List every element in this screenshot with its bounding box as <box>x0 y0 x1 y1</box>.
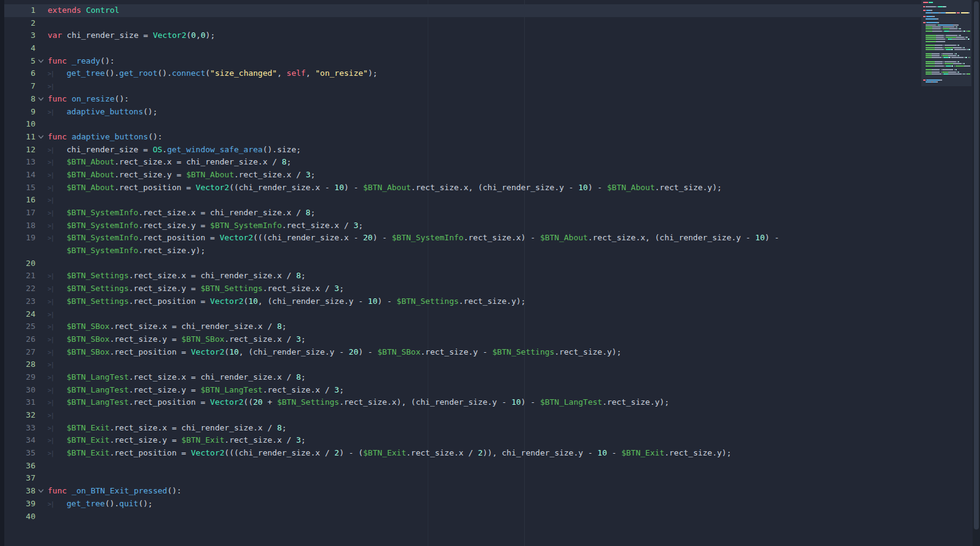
code-line-text[interactable]: >|$BTN_About.rect_size.y = $BTN_About.re… <box>48 169 315 182</box>
code-line[interactable]: 38func _on_BTN_Exit_pressed(): <box>4 485 921 498</box>
code-line[interactable]: 26>|$BTN_SBox.rect_size.y = $BTN_SBox.re… <box>4 333 921 346</box>
minimap-line <box>923 84 970 86</box>
code-line-text[interactable]: >|$BTN_Exit.rect_position = Vector2(((ch… <box>48 447 731 460</box>
code-line[interactable]: 13>|$BTN_About.rect_size.x = chi_render_… <box>4 156 921 169</box>
code-line[interactable]: 34>|$BTN_Exit.rect_size.y = $BTN_Exit.re… <box>4 434 921 447</box>
code-line[interactable]: 16>| <box>4 194 921 207</box>
line-number: 19 <box>4 232 35 245</box>
code-line-text[interactable]: >| <box>48 194 67 207</box>
code-line[interactable]: 30>|$BTN_LangTest.rect_size.y = $BTN_Lan… <box>4 384 921 397</box>
code-line[interactable]: 23>|$BTN_Settings.rect_position = Vector… <box>4 295 921 308</box>
code-line[interactable]: 14>|$BTN_About.rect_size.y = $BTN_About.… <box>4 169 921 182</box>
code-line[interactable]: 8func on_resize(): <box>4 93 921 106</box>
code-line-text[interactable]: func _on_BTN_Exit_pressed(): <box>48 485 181 498</box>
token-function: get_tree <box>67 68 105 78</box>
code-line-text[interactable]: >| <box>48 409 67 422</box>
code-line[interactable]: 32>| <box>4 409 921 422</box>
code-line[interactable]: 36 <box>4 460 921 473</box>
code-fold-chevron-down-icon[interactable] <box>35 93 48 106</box>
code-line-text[interactable]: >|adaptive_buttons(); <box>48 106 158 119</box>
code-line-text[interactable]: >|$BTN_SystemInfo.rect_size.y); <box>48 245 205 257</box>
code-line-text[interactable]: >|$BTN_About.rect_position = Vector2((ch… <box>48 182 722 194</box>
token-node-path: $BTN_SystemInfo <box>67 221 138 230</box>
code-line[interactable]: 6>|get_tree().get_root().connect("size_c… <box>4 67 921 80</box>
code-line-text[interactable]: func adaptive_buttons(): <box>48 131 163 144</box>
code-line-text[interactable]: >|$BTN_SBox.rect_position = Vector2(10, … <box>48 346 621 359</box>
code-line[interactable]: 28>| <box>4 358 921 371</box>
code-line-text[interactable]: >| <box>48 308 67 321</box>
code-line[interactable]: 19>|$BTN_SystemInfo.rect_position = Vect… <box>4 232 921 245</box>
code-line-text[interactable]: var chi_render_size = Vector2(0,0); <box>48 29 215 42</box>
code-line[interactable]: 33>|$BTN_Exit.rect_size.x = chi_render_s… <box>4 422 921 435</box>
code-line[interactable]: 20 <box>4 257 921 270</box>
code-line-current[interactable]: 1extends Control <box>4 4 921 17</box>
token-text: ; <box>301 372 306 382</box>
code-line-text[interactable]: >|$BTN_SBox.rect_size.y = $BTN_SBox.rect… <box>48 333 305 346</box>
code-line-text[interactable]: >|$BTN_Settings.rect_size.x = chi_render… <box>48 270 305 282</box>
code-line[interactable]: 21>|$BTN_Settings.rect_size.x = chi_rend… <box>4 270 921 282</box>
minimap[interactable] <box>921 0 971 86</box>
code-line[interactable]: 24>| <box>4 308 921 321</box>
code-line-text[interactable]: >|$BTN_SystemInfo.rect_size.x = chi_rend… <box>48 207 315 220</box>
code-line-text[interactable]: >|$BTN_LangTest.rect_size.x = chi_render… <box>48 371 305 384</box>
code-line[interactable]: >|$BTN_SystemInfo.rect_size.y); <box>4 245 921 257</box>
code-line-text[interactable]: >|$BTN_About.rect_size.x = chi_render_si… <box>48 156 291 169</box>
vertical-scrollbar[interactable] <box>973 0 980 546</box>
fold-gutter <box>35 409 48 422</box>
code-line[interactable]: 35>|$BTN_Exit.rect_position = Vector2(((… <box>4 447 921 460</box>
token-text: ); <box>205 31 215 40</box>
code-line[interactable]: 22>|$BTN_Settings.rect_size.y = $BTN_Set… <box>4 282 921 295</box>
code-line[interactable]: 31>|$BTN_LangTest.rect_position = Vector… <box>4 396 921 409</box>
code-line[interactable]: 2 <box>4 17 921 30</box>
code-line[interactable]: 10 <box>4 118 921 131</box>
code-line[interactable]: 40 <box>4 511 921 523</box>
code-line[interactable]: 15>|$BTN_About.rect_position = Vector2((… <box>4 182 921 194</box>
code-fold-chevron-down-icon[interactable] <box>35 485 48 498</box>
code-line-text[interactable]: >|$BTN_LangTest.rect_size.y = $BTN_LangT… <box>48 384 344 397</box>
code-line-text[interactable]: >|$BTN_SystemInfo.rect_size.y = $BTN_Sys… <box>48 220 363 232</box>
code-line-text[interactable]: >|$BTN_Exit.rect_size.x = chi_render_siz… <box>48 422 287 435</box>
code-area[interactable]: 1extends Control23var chi_render_size = … <box>4 4 921 523</box>
code-line[interactable]: 7>| <box>4 80 921 93</box>
code-line-text[interactable]: >|get_tree().get_root().connect("size_ch… <box>48 67 378 80</box>
code-line[interactable]: 25>|$BTN_SBox.rect_size.x = chi_render_s… <box>4 320 921 333</box>
breakpoint-gutter[interactable] <box>0 0 4 546</box>
code-line[interactable]: 29>|$BTN_LangTest.rect_size.x = chi_rend… <box>4 371 921 384</box>
code-line[interactable]: 39>|get_tree().quit(); <box>4 498 921 511</box>
code-line[interactable]: 5func _ready(): <box>4 55 921 68</box>
code-line[interactable]: 12>|chi_render_size = OS.get_window_safe… <box>4 144 921 157</box>
tab-indicator: >| <box>48 372 67 385</box>
code-line-text[interactable]: >|$BTN_SystemInfo.rect_position = Vector… <box>48 232 779 245</box>
code-line-text[interactable]: >|get_tree().quit(); <box>48 498 153 511</box>
code-line-text[interactable]: extends Control <box>48 4 119 17</box>
code-line[interactable]: 18>|$BTN_SystemInfo.rect_size.y = $BTN_S… <box>4 220 921 232</box>
code-line-text[interactable]: >| <box>48 358 67 371</box>
code-line[interactable]: 3var chi_render_size = Vector2(0,0); <box>4 29 921 42</box>
code-line-text[interactable]: >| <box>48 80 67 93</box>
code-line[interactable]: 9>|adaptive_buttons(); <box>4 106 921 119</box>
code-line[interactable]: 27>|$BTN_SBox.rect_position = Vector2(10… <box>4 346 921 359</box>
script-editor[interactable]: 1extends Control23var chi_render_size = … <box>0 0 980 546</box>
code-line[interactable]: 37 <box>4 472 921 485</box>
code-line[interactable]: 4 <box>4 42 921 55</box>
tab-indicator: >| <box>48 498 67 511</box>
code-line[interactable]: 17>|$BTN_SystemInfo.rect_size.x = chi_re… <box>4 207 921 220</box>
minimap-code-mark <box>953 24 959 26</box>
code-line-text[interactable]: >|$BTN_SBox.rect_size.x = chi_render_siz… <box>48 320 287 333</box>
minimap-code-mark <box>945 45 956 46</box>
token-number: 3 <box>334 385 339 394</box>
code-line[interactable]: 11func adaptive_buttons(): <box>4 131 921 144</box>
code-fold-chevron-down-icon[interactable] <box>35 131 48 144</box>
code-line-text[interactable]: >|$BTN_Settings.rect_position = Vector2(… <box>48 295 525 308</box>
minimap-code-mark <box>936 41 945 42</box>
code-line-text[interactable]: >|$BTN_LangTest.rect_position = Vector2(… <box>48 396 669 409</box>
code-line-text[interactable]: >|$BTN_Exit.rect_size.y = $BTN_Exit.rect… <box>48 434 305 447</box>
token-keyword: func <box>48 56 67 65</box>
vertical-scrollbar-thumb[interactable] <box>974 1 979 529</box>
code-line-text[interactable]: >|chi_render_size = OS.get_window_safe_a… <box>48 144 301 157</box>
code-fold-chevron-down-icon[interactable] <box>35 55 48 68</box>
code-line-text[interactable]: func on_resize(): <box>48 93 129 106</box>
minimap-code-mark <box>926 28 932 29</box>
code-line-text[interactable]: func _ready(): <box>48 55 115 68</box>
code-line-text[interactable]: >|$BTN_Settings.rect_size.y = $BTN_Setti… <box>48 282 344 295</box>
